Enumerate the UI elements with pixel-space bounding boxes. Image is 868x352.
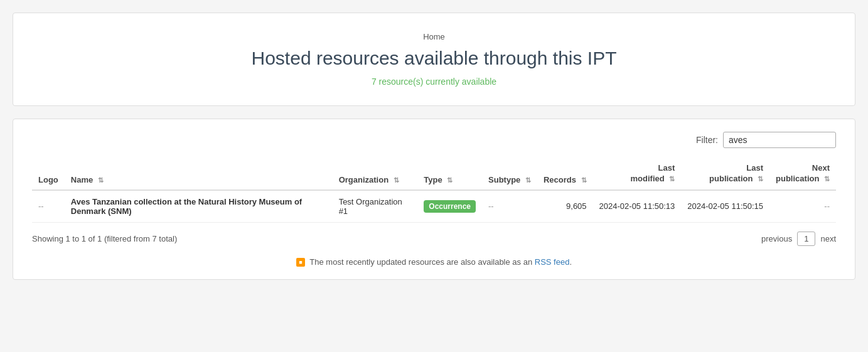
- col-records[interactable]: Records ⇅: [537, 158, 593, 190]
- cell-name[interactable]: Aves Tanzanian collection at the Natural…: [65, 190, 333, 223]
- type-badge: Occurrence: [424, 200, 476, 213]
- cell-logo: --: [32, 190, 65, 223]
- sort-lastpub-icon: ⇅: [758, 174, 763, 183]
- rss-text-after: .: [569, 257, 572, 267]
- sort-nextpub-icon: ⇅: [824, 174, 830, 183]
- cell-organization: Test Organization #1: [333, 190, 418, 223]
- header-card: Home Hosted resources available through …: [13, 13, 855, 106]
- cell-last-modified: 2024-02-05 11:50:13: [593, 190, 682, 223]
- rss-icon: ■: [296, 258, 305, 267]
- sort-lastmod-icon: ⇅: [669, 174, 675, 183]
- sort-subtype-icon: ⇅: [525, 176, 531, 184]
- rss-row: ■ The most recently updated resources ar…: [32, 257, 836, 267]
- previous-button[interactable]: previous: [761, 234, 792, 243]
- filter-row: Filter:: [32, 132, 836, 148]
- sort-org-icon: ⇅: [394, 176, 399, 184]
- cell-next-publication: --: [769, 190, 836, 223]
- rss-text-before: The most recently updated resources are …: [309, 257, 534, 267]
- sort-records-icon: ⇅: [581, 176, 587, 184]
- breadcrumb: Home: [26, 32, 842, 41]
- resource-name-link[interactable]: Aves Tanzanian collection at the Natural…: [71, 197, 302, 216]
- resources-table: Logo Name ⇅ Organization ⇅ Type ⇅ Subtyp…: [32, 158, 836, 223]
- cell-subtype: --: [482, 190, 537, 223]
- page-title: Hosted resources available through this …: [26, 48, 842, 69]
- col-subtype[interactable]: Subtype ⇅: [482, 158, 537, 190]
- col-type[interactable]: Type ⇅: [417, 158, 482, 190]
- cell-type: Occurrence: [417, 190, 482, 223]
- current-page[interactable]: 1: [797, 232, 815, 246]
- col-last-publication[interactable]: Lastpublication ⇅: [681, 158, 769, 190]
- table-card: Filter: Logo Name ⇅ Organization ⇅ Type: [13, 119, 855, 280]
- cell-last-publication: 2024-02-05 11:50:15: [681, 190, 769, 223]
- subtitle: 7 resource(s) currently available: [26, 77, 842, 87]
- col-name[interactable]: Name ⇅: [65, 158, 333, 190]
- col-organization[interactable]: Organization ⇅: [333, 158, 418, 190]
- filter-label: Filter:: [696, 135, 718, 145]
- sort-name-icon: ⇅: [98, 176, 104, 184]
- pagination-controls: previous 1 next: [761, 232, 836, 246]
- cell-records: 9,605: [537, 190, 593, 223]
- table-row[interactable]: --Aves Tanzanian collection at the Natur…: [32, 190, 836, 223]
- showing-text: Showing 1 to 1 of 1 (filtered from 7 tot…: [32, 234, 177, 243]
- col-last-modified[interactable]: Lastmodified ⇅: [593, 158, 682, 190]
- col-logo: Logo: [32, 158, 65, 190]
- filter-input[interactable]: [723, 132, 836, 148]
- col-next-publication[interactable]: Nextpublication ⇅: [769, 158, 836, 190]
- sort-type-icon: ⇅: [447, 176, 453, 184]
- next-button[interactable]: next: [820, 234, 836, 243]
- pagination-row: Showing 1 to 1 of 1 (filtered from 7 tot…: [32, 232, 836, 246]
- rss-link[interactable]: RSS feed: [535, 257, 570, 267]
